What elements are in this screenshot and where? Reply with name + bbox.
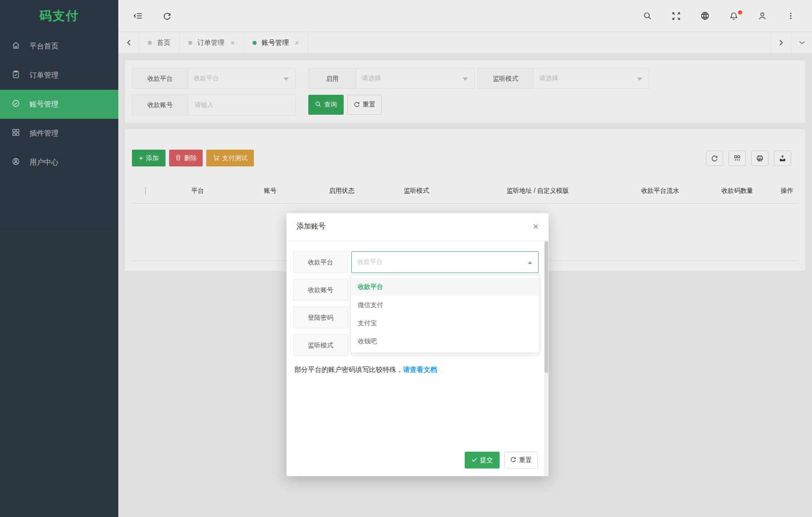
refresh-icon	[510, 456, 516, 464]
scrollbar-thumb[interactable]	[545, 241, 548, 373]
close-icon[interactable]: ×	[533, 222, 539, 232]
modal-title: 添加账号	[297, 222, 326, 231]
check-icon	[472, 457, 477, 464]
modal-listen-label: 监听模式	[293, 334, 348, 356]
modal-hint: 部分平台的账户密码填写比较特殊，请查看文档	[294, 366, 539, 374]
modal-field-platform: 收款平台 收款平台	[293, 251, 539, 273]
dropdown-option-shouqianba[interactable]: 收钱吧	[351, 332, 539, 350]
dropdown-option-placeholder[interactable]: 收款平台	[351, 278, 539, 296]
dropdown-option-wechat[interactable]: 微信支付	[351, 296, 539, 314]
caret-up-icon	[528, 261, 532, 264]
dropdown-option-alipay[interactable]: 支付宝	[351, 314, 539, 332]
modal-platform-select[interactable]: 收款平台	[351, 251, 539, 273]
modal-scrollbar[interactable]	[544, 240, 549, 476]
modal-header: 添加账号 ×	[287, 213, 549, 240]
modal-password-label: 登陆密码	[293, 307, 348, 328]
modal-reset-button[interactable]: 重置	[504, 452, 538, 468]
hint-text: 部分平台的账户密码填写比较特殊，	[294, 366, 403, 373]
modal-footer: 提交 重置	[465, 452, 538, 468]
modal-account-label: 收款账号	[293, 279, 348, 301]
submit-button[interactable]: 提交	[465, 452, 500, 468]
add-account-modal: 添加账号 × 收款平台 收款平台 收款账号 登陆密码 监听模式	[287, 213, 549, 476]
platform-dropdown: 收款平台 微信支付 支付宝 收钱吧	[350, 275, 540, 353]
docs-link[interactable]: 请查看文档	[403, 366, 437, 373]
app-window: 码支付 平台首页 订单管理 账号管理 插件管理	[0, 0, 812, 517]
modal-platform-label: 收款平台	[293, 251, 348, 273]
select-placeholder: 收款平台	[357, 258, 383, 266]
